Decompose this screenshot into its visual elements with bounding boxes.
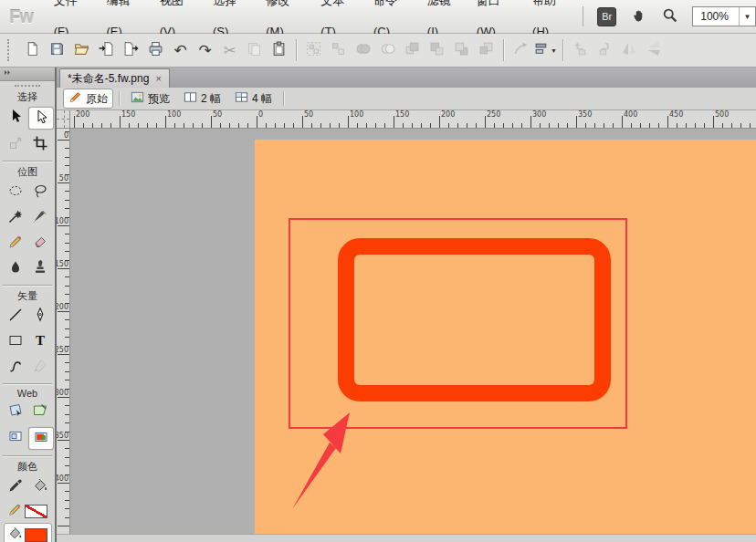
ruler-tick [211, 116, 212, 128]
ruler-corner[interactable] [57, 110, 70, 129]
crop-tool[interactable] [28, 134, 52, 155]
undo-icon: ↶ [173, 43, 186, 58]
ruler-tick [58, 526, 69, 526]
zoom-level-select[interactable]: 100% ▼ [692, 6, 756, 26]
paint-bucket-tool[interactable] [28, 476, 52, 497]
freeform-tool[interactable] [4, 357, 27, 378]
ruler-tick [65, 191, 69, 192]
print-icon [148, 41, 163, 59]
lasso-tool[interactable] [28, 182, 52, 203]
tools-panel: 选择位图矢量TWeb颜色视图 [0, 68, 57, 542]
ruler-tick [375, 123, 376, 128]
fill-color-swatch[interactable] [25, 528, 47, 542]
ruler-label: 400 [624, 110, 637, 119]
ruler-tick [512, 123, 513, 128]
ruler-tick [293, 123, 294, 128]
ruler-tick [58, 140, 69, 141]
horizontal-ruler[interactable]: 2001501005005010015020025030035040045050… [70, 110, 756, 129]
import-button[interactable] [94, 38, 119, 62]
text-tool[interactable]: T [28, 331, 52, 352]
hand-icon [632, 7, 647, 26]
tab-close-button[interactable]: × [155, 73, 161, 84]
rectangle-tool[interactable] [4, 331, 27, 352]
fill-color-well[interactable] [4, 523, 52, 542]
ruler-tick [58, 397, 69, 398]
slice-tool[interactable] [28, 401, 52, 422]
view-mode-4幅[interactable]: 4 幅 [229, 89, 278, 109]
ruler-tick [65, 243, 69, 244]
ruler-tick [339, 123, 340, 128]
eyedropper-tool[interactable] [4, 476, 27, 497]
pointer-tool[interactable] [4, 107, 27, 128]
flip-vertical-icon [646, 41, 662, 59]
eraser-tool[interactable] [28, 233, 52, 254]
ruler-tick [174, 123, 175, 128]
ruler-tick [65, 414, 69, 415]
adobe-bridge-button[interactable]: Br [597, 7, 617, 26]
hide-slices-button[interactable] [4, 427, 27, 448]
cut-icon: ✂ [223, 43, 236, 58]
four-up-icon [235, 90, 248, 107]
brush-tool[interactable] [28, 207, 52, 228]
redo-button[interactable]: ↷ [193, 38, 217, 62]
ruler-tick [266, 123, 267, 128]
ruler-tick [677, 123, 677, 128]
ruler-tick [330, 123, 331, 128]
section-divider [3, 161, 52, 162]
document-tab[interactable]: *未命名-5.fw.png× [59, 68, 170, 88]
tools-panel-grip[interactable] [15, 85, 40, 87]
rubber-stamp-tool[interactable] [28, 258, 52, 279]
view-mode-原始[interactable]: 原始 [63, 89, 113, 109]
stroke-color-swatch[interactable] [25, 505, 47, 518]
undo-button[interactable]: ↶ [168, 38, 193, 62]
vertical-ruler[interactable]: 050100150200250300350400 [57, 129, 70, 534]
red-arrow-annotation [289, 410, 355, 512]
paste-button[interactable] [267, 38, 291, 62]
ruler-tick [58, 225, 69, 226]
subselection-tool[interactable] [28, 107, 54, 130]
paste-icon [271, 41, 287, 59]
chevron-down-icon[interactable]: ▼ [739, 7, 755, 26]
view-mode-预览[interactable]: 预览 [125, 89, 175, 109]
save-button[interactable] [45, 38, 69, 62]
marquee-tool[interactable] [4, 182, 27, 203]
show-slices-button[interactable] [28, 427, 54, 450]
ruler-label: 300 [532, 110, 546, 119]
tools-panel-header[interactable] [0, 68, 55, 81]
ruler-tick [65, 157, 69, 158]
hand-tool-button[interactable] [629, 6, 648, 26]
align-button[interactable]: ▼ [533, 38, 558, 62]
export-button[interactable] [119, 38, 143, 62]
pencil-orange-icon [68, 90, 82, 107]
magic-wand-tool[interactable] [4, 207, 27, 228]
ruler-tick [74, 116, 75, 128]
pen-tool[interactable] [28, 306, 52, 327]
copy-button [242, 38, 267, 62]
canvas[interactable] [255, 140, 756, 534]
work-row: 050100150200250300350400 [57, 129, 756, 534]
magic-wand-icon [8, 209, 23, 226]
stroke-pencil-icon [8, 503, 22, 519]
ruler-tick [129, 123, 130, 128]
section-divider [3, 383, 52, 384]
line-tool[interactable] [4, 306, 27, 327]
cut-button: ✂ [217, 38, 242, 62]
rounded-rectangle-shape[interactable] [338, 238, 611, 401]
stroke-color-well[interactable] [0, 503, 55, 519]
hotspot-tool[interactable] [4, 401, 27, 422]
blur-tool[interactable] [4, 258, 27, 279]
rotate-ccw-icon [572, 41, 588, 59]
ruler-tick [302, 116, 303, 128]
new-document-button[interactable] [20, 38, 45, 62]
zoom-tool-button[interactable] [660, 6, 679, 26]
view-mode-2幅[interactable]: 2 幅 [178, 89, 226, 109]
brush-icon [33, 209, 47, 226]
redo-icon: ↷ [198, 43, 211, 58]
blur-icon [8, 260, 23, 277]
pencil-tool[interactable] [4, 233, 27, 254]
toolbar-grip[interactable] [7, 39, 13, 61]
pasteboard[interactable] [70, 129, 756, 534]
print-button[interactable] [143, 38, 168, 62]
open-button[interactable] [69, 38, 94, 62]
ruler-tick [348, 116, 349, 128]
